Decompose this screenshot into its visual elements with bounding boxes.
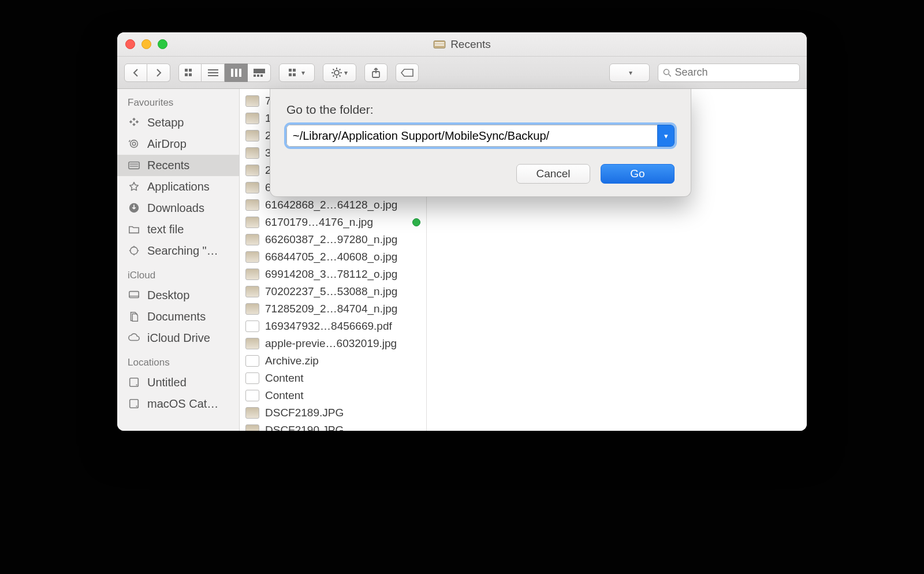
file-thumbnail: [245, 147, 259, 159]
sidebar-item-label: Applications: [147, 180, 210, 193]
file-thumbnail: [245, 113, 259, 124]
downloads-icon: [128, 202, 141, 215]
path-dropdown-button[interactable]: ▾: [657, 125, 675, 147]
sidebar-item-airdrop[interactable]: AirDrop: [117, 133, 239, 155]
view-columns-button[interactable]: [225, 64, 248, 82]
recents-icon: [128, 159, 141, 172]
file-row[interactable]: 61642868_2…64128_o.jpg: [240, 196, 426, 214]
file-thumbnail: [245, 407, 259, 419]
sidebar-item-label: text file: [147, 223, 184, 236]
sidebar-item-label: Untitled: [147, 376, 187, 389]
go-to-folder-sheet: Go to the folder: ▾ Cancel Go: [270, 89, 691, 197]
svg-rect-7: [208, 69, 218, 70]
sidebar-item-downloads[interactable]: Downloads: [117, 197, 239, 219]
sidebar-item-setapp[interactable]: Setapp: [117, 112, 239, 133]
search-field[interactable]: [658, 64, 800, 82]
svg-rect-1: [435, 42, 444, 43]
sidebar-item-folder[interactable]: text file: [117, 219, 239, 240]
file-row[interactable]: 69914208_3…78112_o.jpg: [240, 266, 426, 283]
fullscreen-button[interactable]: [158, 39, 167, 49]
file-thumbnail: [245, 95, 259, 107]
sidebar-item-label: Documents: [147, 310, 206, 323]
svg-point-33: [132, 142, 135, 145]
back-button[interactable]: [124, 64, 147, 82]
sidebar-item-label: iCloud Drive: [147, 331, 210, 345]
file-row[interactable]: DSCF2190.JPG: [240, 422, 426, 431]
svg-line-27: [340, 75, 341, 76]
sidebar-item-desktop[interactable]: Desktop: [117, 285, 239, 306]
svg-rect-12: [239, 69, 241, 77]
sidebar-item-disk[interactable]: macOS Cat…: [117, 393, 239, 415]
airdrop-icon: [128, 138, 141, 151]
file-thumbnail: [245, 269, 259, 280]
file-name: 6170179…4176_n.jpg: [265, 216, 407, 229]
setapp-icon: [128, 117, 141, 129]
view-icons-button[interactable]: [178, 64, 202, 82]
view-list-button[interactable]: [202, 64, 225, 82]
close-button[interactable]: [125, 39, 135, 49]
cancel-button[interactable]: Cancel: [516, 164, 590, 184]
file-row[interactable]: Archive.zip: [240, 352, 426, 370]
file-thumbnail: [245, 217, 259, 228]
sidebar-item-iclouddrive[interactable]: iCloud Drive: [117, 327, 239, 349]
file-row[interactable]: apple-previe…6032019.jpg: [240, 335, 426, 352]
sidebar-item-smartsearch[interactable]: Searching "…: [117, 240, 239, 262]
sidebar-item-documents[interactable]: Documents: [117, 306, 239, 327]
share-icon: [371, 68, 381, 78]
file-name: apple-previe…6032019.jpg: [265, 337, 420, 350]
file-row[interactable]: 66260387_2…97280_n.jpg: [240, 231, 426, 248]
file-thumbnail: [245, 286, 259, 297]
svg-rect-3: [185, 69, 188, 72]
chevron-down-icon: ▾: [664, 132, 668, 140]
search-input[interactable]: [675, 66, 795, 79]
file-row[interactable]: 71285209_2…84704_n.jpg: [240, 300, 426, 318]
svg-point-40: [131, 247, 138, 254]
file-name: 61642868_2…64128_o.jpg: [265, 199, 420, 211]
file-thumbnail: [245, 424, 259, 431]
svg-rect-17: [289, 69, 292, 72]
forward-button[interactable]: [147, 64, 170, 82]
path-input[interactable]: [286, 125, 657, 147]
sidebar-item-recents[interactable]: Recents: [117, 155, 239, 176]
sidebar-heading: Locations: [117, 349, 239, 372]
sidebar-heading: Favourites: [117, 89, 239, 112]
svg-rect-6: [189, 73, 192, 76]
svg-rect-4: [189, 69, 192, 72]
sidebar-item-label: Desktop: [147, 289, 189, 302]
path-menu-button[interactable]: ▾: [609, 64, 650, 82]
sidebar-item-label: Recents: [147, 159, 189, 172]
file-thumbnail: [245, 338, 259, 349]
file-row[interactable]: 70202237_5…53088_n.jpg: [240, 283, 426, 300]
file-row[interactable]: 169347932…8456669.pdf: [240, 318, 426, 335]
file-row[interactable]: Content: [240, 370, 426, 387]
file-name: DSCF2190.JPG: [265, 424, 420, 431]
applications-icon: [128, 181, 141, 193]
file-row[interactable]: Content: [240, 387, 426, 404]
gear-icon: [331, 68, 342, 78]
action-menu-button[interactable]: ▾: [323, 64, 356, 82]
tags-button[interactable]: [396, 64, 419, 82]
sidebar: FavouritesSetappAirDropRecentsApplicatio…: [117, 89, 240, 431]
share-button[interactable]: [364, 64, 388, 82]
file-thumbnail: [245, 390, 259, 401]
go-button[interactable]: Go: [601, 164, 675, 184]
sidebar-item-applications[interactable]: Applications: [117, 176, 239, 197]
group-by-button[interactable]: ▾: [279, 64, 315, 82]
minimize-button[interactable]: [141, 39, 151, 49]
file-thumbnail: [245, 251, 259, 263]
path-combo: ▾: [286, 125, 675, 147]
file-row[interactable]: 6170179…4176_n.jpg: [240, 214, 426, 231]
svg-rect-5: [185, 73, 188, 76]
file-row[interactable]: DSCF2189.JPG: [240, 404, 426, 422]
window-title: Recents: [450, 38, 491, 51]
svg-rect-16: [260, 74, 263, 77]
svg-rect-19: [289, 73, 292, 76]
file-name: 69914208_3…78112_o.jpg: [265, 268, 420, 281]
finder-window: Recents ▾ ▾ ▾: [117, 32, 807, 431]
file-row[interactable]: 66844705_2…40608_o.jpg: [240, 248, 426, 266]
svg-line-28: [340, 69, 341, 70]
sidebar-item-disk[interactable]: Untitled: [117, 372, 239, 393]
file-thumbnail: [245, 303, 259, 315]
view-gallery-button[interactable]: [248, 64, 271, 82]
traffic-lights: [117, 39, 167, 49]
